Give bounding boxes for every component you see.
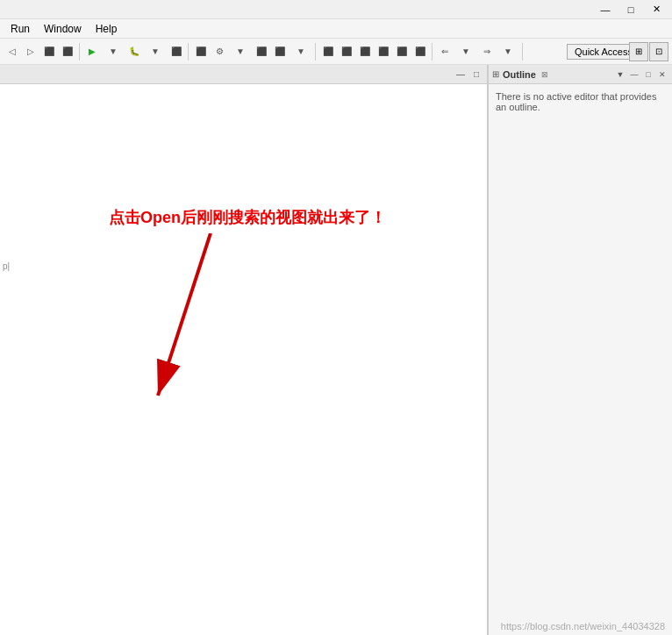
outline-panel-title: Outline <box>503 69 536 80</box>
menu-run[interactable]: Run <box>4 19 37 38</box>
annotation-text: 点击Open后刚刚搜索的视图就出来了！ <box>109 207 386 228</box>
tb-btn-5[interactable]: ⬛ <box>168 43 185 61</box>
watermark: https://blog.csdn.net/weixin_44034328 <box>501 621 665 631</box>
outline-panel-dropdown[interactable]: ▼ <box>614 68 626 81</box>
tb-btn-13[interactable]: ⬛ <box>375 43 392 61</box>
tb-btn-9-arrow[interactable]: ▼ <box>290 43 312 61</box>
editor-tab-maximize[interactable]: □ <box>469 68 483 82</box>
editor-left-marker: p| <box>0 260 12 273</box>
tb-btn-8[interactable]: ⬛ <box>253 43 270 61</box>
minimize-button[interactable]: — <box>593 1 618 18</box>
outline-panel-minimize[interactable]: — <box>628 68 640 81</box>
tb-btn-12[interactable]: ⬛ <box>356 43 374 61</box>
perspective-btn-1[interactable]: ⊞ <box>629 42 648 61</box>
tb-btn-16[interactable]: ⇐ <box>436 43 454 61</box>
outline-panel-close-btn[interactable]: ✕ <box>656 68 668 81</box>
tb-btn-debug[interactable]: 🐛 <box>125 43 143 61</box>
tb-btn-14[interactable]: ⬛ <box>393 43 411 61</box>
tb-btn-7-arrow[interactable]: ▼ <box>229 43 252 61</box>
tb-btn-11[interactable]: ⬛ <box>338 43 355 61</box>
annotation-arrow <box>140 233 246 409</box>
editor-tab-actions: — □ <box>454 68 483 82</box>
outline-panel-actions: ▼ — □ ✕ <box>614 68 668 81</box>
toolbar: ◁ ▷ ⬛ ⬛ ▶ ▼ 🐛 ▼ ⬛ ⬛ ⚙ ▼ ⬛ ⬛ ▼ ⬛ ⬛ ⬛ ⬛ ⬛ … <box>0 39 672 65</box>
outline-panel-maximize[interactable]: □ <box>642 68 654 81</box>
tb-btn-forward[interactable]: ▷ <box>22 43 39 61</box>
tb-btn-17[interactable]: ⇒ <box>478 43 496 61</box>
tb-btn-9[interactable]: ⬛ <box>271 43 289 61</box>
menubar: Run Window Help <box>0 19 672 39</box>
menu-help[interactable]: Help <box>89 19 125 38</box>
tb-btn-debug-arrow[interactable]: ▼ <box>144 43 167 61</box>
editor-content: p| 点击Open后刚刚搜索的视图就出来了！ <box>0 84 487 635</box>
tb-btn-15[interactable]: ⬛ <box>411 43 429 61</box>
toolbar-group-3: ⬛ ⚙ ▼ ⬛ ⬛ ▼ <box>192 43 316 61</box>
toolbar-group-4: ⬛ ⬛ ⬛ ⬛ ⬛ ⬛ <box>319 43 433 61</box>
window-titlebar: — □ ✕ <box>0 0 672 19</box>
tb-btn-17-arrow[interactable]: ▼ <box>497 43 519 61</box>
outline-panel-icon: ⊞ <box>492 69 499 79</box>
outline-panel-header: ⊞ Outline ⊠ ▼ — □ ✕ <box>489 65 672 84</box>
tb-btn-6[interactable]: ⬛ <box>192 43 210 61</box>
toolbar-group-2: ▶ ▼ 🐛 ▼ ⬛ <box>83 43 189 61</box>
outline-no-editor-message: There is no active editor that provides … <box>496 91 656 112</box>
main-layout: — □ p| 点击Open后刚刚搜索的视图就出来了！ <box>0 65 672 635</box>
tb-btn-7[interactable]: ⚙ <box>211 43 228 61</box>
tb-btn-run[interactable]: ▶ <box>83 43 101 61</box>
maximize-button[interactable]: □ <box>618 1 643 18</box>
tb-btn-16-arrow[interactable]: ▼ <box>454 43 477 61</box>
outline-panel-content: There is no active editor that provides … <box>489 84 672 635</box>
tb-btn-back[interactable]: ◁ <box>4 43 21 61</box>
menu-window[interactable]: Window <box>37 19 89 38</box>
tb-btn-run-arrow[interactable]: ▼ <box>102 43 125 61</box>
svg-line-1 <box>158 233 211 396</box>
tb-btn-10[interactable]: ⬛ <box>319 43 337 61</box>
tb-btn-4[interactable]: ⬛ <box>59 43 76 61</box>
editor-area: — □ p| 点击Open后刚刚搜索的视图就出来了！ <box>0 65 488 635</box>
editor-tab-minimize[interactable]: — <box>454 68 468 82</box>
outline-panel-close-marker: ⊠ <box>541 70 548 79</box>
perspective-buttons: ⊞ ⊡ <box>629 42 668 61</box>
close-button[interactable]: ✕ <box>644 1 668 18</box>
perspective-btn-2[interactable]: ⊡ <box>649 42 668 61</box>
toolbar-group-1: ◁ ▷ ⬛ ⬛ <box>4 43 80 61</box>
toolbar-group-5: ⇐ ▼ ⇒ ▼ <box>436 43 523 61</box>
editor-tabs-bar: — □ <box>0 65 487 84</box>
tb-btn-3[interactable]: ⬛ <box>40 43 58 61</box>
outline-panel: ⊞ Outline ⊠ ▼ — □ ✕ There is no active e… <box>488 65 672 635</box>
